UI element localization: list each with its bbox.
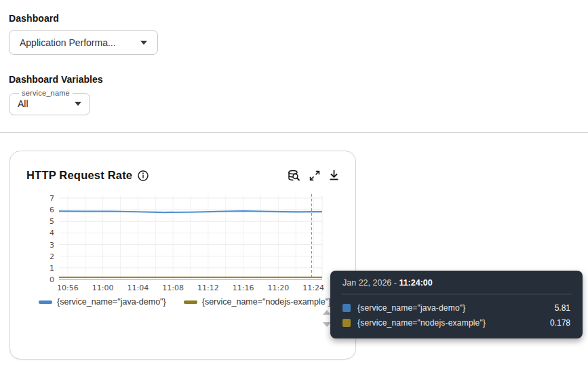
- tooltip-timestamp: Jan 22, 2026 - 11:24:00: [341, 277, 572, 288]
- dashboard-label: Dashboard: [9, 13, 588, 24]
- chevron-down-icon: [140, 41, 147, 45]
- dashboard-select-value: Application Performa...: [20, 37, 116, 48]
- svg-text:11:24: 11:24: [302, 284, 324, 292]
- tooltip-divider: [341, 294, 572, 294]
- svg-text:2: 2: [50, 252, 54, 261]
- svg-text:11:12: 11:12: [197, 284, 219, 292]
- svg-text:4: 4: [50, 229, 54, 237]
- legend-swatch-icon: [184, 300, 197, 304]
- svg-text:11:16: 11:16: [233, 284, 254, 292]
- svg-text:3: 3: [50, 241, 54, 250]
- service-name-select-label: service_name: [19, 89, 73, 97]
- svg-text:1: 1: [50, 264, 54, 273]
- svg-text:11:00: 11:00: [92, 284, 114, 292]
- svg-text:0: 0: [50, 275, 54, 284]
- expand-icon[interactable]: [309, 170, 320, 181]
- chevron-down-icon: [75, 102, 81, 106]
- svg-text:11:04: 11:04: [128, 284, 149, 292]
- svg-text:7: 7: [50, 194, 54, 203]
- panel-title: HTTP Request Rate: [26, 169, 132, 182]
- legend-item-java-demo[interactable]: {service_name="java-demo"}: [39, 297, 166, 307]
- legend-label: {service_name="nodejs-example"}: [202, 297, 332, 307]
- panel-header: HTTP Request Rate: [26, 169, 339, 182]
- chart-tooltip: Jan 22, 2026 - 11:24:00 {service_name="j…: [330, 271, 583, 338]
- service-name-select[interactable]: service_name All: [9, 89, 90, 115]
- section-divider: [0, 132, 588, 133]
- panel-actions: [288, 170, 339, 182]
- line-chart[interactable]: 0123456710:5611:0011:0411:0811:1211:1611…: [35, 190, 333, 293]
- dashboard-select[interactable]: Application Performa...: [9, 30, 158, 55]
- legend-item-nodejs-example[interactable]: {service_name="nodejs-example"}: [184, 297, 332, 307]
- series-swatch-icon: [342, 304, 351, 312]
- service-name-select-value: All: [18, 98, 28, 109]
- svg-text:11:08: 11:08: [162, 284, 184, 292]
- query-inspector-icon[interactable]: [288, 170, 300, 182]
- info-circle-icon[interactable]: [138, 170, 149, 181]
- chart-area[interactable]: 0123456710:5611:0011:0411:0811:1211:1611…: [35, 190, 339, 296]
- chart-legend: {service_name="java-demo"} {service_name…: [39, 297, 339, 307]
- legend-label: {service_name="java-demo"}: [57, 297, 166, 307]
- tooltip-row-nodejs-example: {service_name="nodejs-example"} 0.178: [341, 316, 572, 330]
- tooltip-row-java-demo: {service_name="java-demo"} 5.81: [341, 301, 572, 315]
- download-icon[interactable]: [329, 170, 339, 181]
- svg-text:10:56: 10:56: [57, 284, 79, 292]
- svg-text:5: 5: [50, 217, 54, 226]
- top-controls: Dashboard Application Performa... Dashbo…: [0, 0, 588, 115]
- series-swatch-icon: [342, 319, 351, 327]
- http-request-rate-panel: HTTP Request Rate: [9, 151, 356, 360]
- svg-text:11:20: 11:20: [267, 284, 289, 292]
- dashboard-variables-heading: Dashboard Variables: [9, 74, 588, 85]
- legend-swatch-icon: [39, 300, 52, 304]
- svg-text:6: 6: [50, 206, 54, 214]
